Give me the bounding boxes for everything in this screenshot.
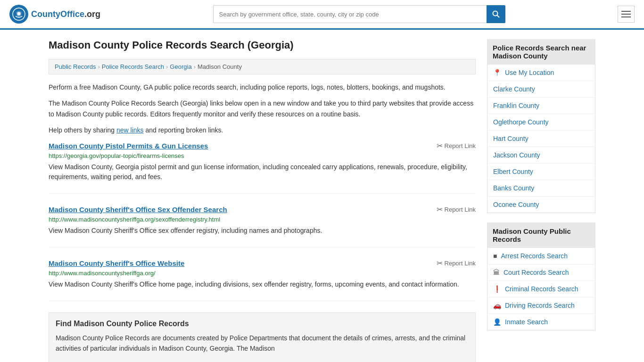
- sidebar-item-use-my-location[interactable]: 📍 Use My Location: [487, 65, 595, 81]
- record-entry: Madison County Sheriff's Office Website …: [49, 259, 476, 301]
- record-title-link[interactable]: Madison County Sheriff's Office Sex Offe…: [49, 206, 227, 214]
- sidebar-public-records-header: Madison County Public Records: [487, 222, 595, 248]
- record-title-link[interactable]: Madison County Sheriff's Office Website: [49, 259, 184, 267]
- sidebar-nearby-section: Police Records Search near Madison Count…: [487, 39, 595, 213]
- hart-county-link[interactable]: Hart County: [493, 135, 528, 142]
- menu-bar-1: [621, 11, 631, 12]
- breadcrumb: Public Records › Police Records Search ›…: [49, 59, 476, 74]
- sidebar-item-franklin-county[interactable]: Franklin County: [487, 98, 595, 114]
- sidebar-item-criminal-records[interactable]: ❗ Criminal Records Search: [487, 281, 595, 297]
- record-desc: View Madison County, Georgia pistol perm…: [49, 162, 476, 182]
- breadcrumb-georgia[interactable]: Georgia: [170, 63, 191, 70]
- breadcrumb-sep-2: ›: [166, 63, 168, 70]
- report-icon: ✂: [437, 205, 443, 214]
- menu-bar-3: [621, 16, 631, 17]
- description-3: Help others by sharing new links and rep…: [49, 125, 476, 135]
- report-link-button[interactable]: ✂ Report Link: [437, 205, 476, 214]
- location-icon: 📍: [493, 69, 501, 76]
- logo-text: CountyOffice.org: [31, 9, 100, 19]
- court-records-link[interactable]: Court Records Search: [504, 269, 569, 276]
- new-links-link[interactable]: new links: [116, 126, 144, 134]
- find-section: Find Madison County Police Records Madis…: [49, 313, 476, 362]
- breadcrumb-sep-1: ›: [98, 63, 99, 70]
- driving-records-link[interactable]: Driving Records Search: [505, 302, 575, 309]
- sidebar-item-banks-county[interactable]: Banks County: [487, 180, 595, 197]
- sidebar-item-oglethorpe-county[interactable]: Oglethorpe County: [487, 114, 595, 131]
- record-title-row: Madison County Pistol Permits & Gun Lice…: [49, 141, 476, 150]
- logo-area[interactable]: CountyOffice.org: [9, 5, 100, 24]
- oglethorpe-county-link[interactable]: Oglethorpe County: [493, 118, 549, 126]
- sidebar-nearby-items: 📍 Use My Location Clarke County Franklin…: [487, 65, 595, 213]
- svg-line-3: [497, 15, 499, 17]
- sidebar-item-inmate-search[interactable]: 👤 Inmate Search: [487, 314, 595, 330]
- driving-records-icon: 🚗: [493, 302, 501, 309]
- record-url[interactable]: https://georgia.gov/popular-topic/firear…: [49, 152, 476, 159]
- sidebar-item-hart-county[interactable]: Hart County: [487, 131, 595, 147]
- criminal-records-icon: ❗: [493, 285, 501, 293]
- report-icon: ✂: [437, 259, 443, 268]
- inmate-search-link[interactable]: Inmate Search: [505, 318, 548, 326]
- sidebar-item-jackson-county[interactable]: Jackson County: [487, 147, 595, 164]
- record-title-link[interactable]: Madison County Pistol Permits & Gun Lice…: [49, 142, 208, 150]
- page-title: Madison County Police Records Search (Ge…: [49, 39, 476, 51]
- inmate-search-icon: 👤: [493, 318, 501, 326]
- record-title-row: Madison County Sheriff's Office Website …: [49, 259, 476, 268]
- record-desc: View Madison County Sheriff's Office sex…: [49, 226, 476, 236]
- logo-icon: [9, 5, 28, 24]
- description-1: Perform a free Madison County, GA public…: [49, 82, 476, 92]
- sidebar-public-records-section: Madison County Public Records ■ Arrest R…: [487, 222, 595, 330]
- sidebar: Police Records Search near Madison Count…: [487, 39, 595, 362]
- report-link-button[interactable]: ✂ Report Link: [437, 259, 476, 268]
- jackson-county-link[interactable]: Jackson County: [493, 151, 540, 159]
- breadcrumb-public-records[interactable]: Public Records: [55, 63, 96, 70]
- record-url[interactable]: http://www.madisoncountysheriffga.org/se…: [49, 216, 476, 223]
- sidebar-nearby-header: Police Records Search near Madison Count…: [487, 39, 595, 65]
- use-my-location-link[interactable]: Use My Location: [505, 69, 554, 76]
- sidebar-item-court-records[interactable]: 🏛 Court Records Search: [487, 264, 595, 281]
- record-desc: View Madison County Sheriff's Office hom…: [49, 280, 476, 289]
- franklin-county-link[interactable]: Franklin County: [493, 102, 539, 109]
- menu-button[interactable]: [618, 6, 635, 23]
- content-area: Madison County Police Records Search (Ge…: [49, 39, 476, 362]
- sidebar-item-clarke-county[interactable]: Clarke County: [487, 81, 595, 98]
- record-entry: Madison County Sheriff's Office Sex Offe…: [49, 205, 476, 247]
- sidebar-item-elbert-county[interactable]: Elbert County: [487, 164, 595, 180]
- record-title-row: Madison County Sheriff's Office Sex Offe…: [49, 205, 476, 214]
- report-icon: ✂: [437, 141, 443, 150]
- court-records-icon: 🏛: [493, 269, 500, 276]
- oconee-county-link[interactable]: Oconee County: [493, 201, 539, 208]
- clarke-county-link[interactable]: Clarke County: [493, 85, 535, 93]
- sidebar-item-arrest-records[interactable]: ■ Arrest Records Search: [487, 248, 595, 264]
- search-area: [213, 5, 505, 23]
- menu-bar-2: [621, 14, 631, 15]
- search-button[interactable]: [487, 5, 505, 23]
- svg-point-1: [17, 12, 21, 16]
- find-section-title: Find Madison County Police Records: [56, 320, 469, 328]
- criminal-records-link[interactable]: Criminal Records Search: [505, 285, 578, 293]
- breadcrumb-police-records[interactable]: Police Records Search: [102, 63, 164, 70]
- record-entry: Madison County Pistol Permits & Gun Lice…: [49, 141, 476, 194]
- elbert-county-link[interactable]: Elbert County: [493, 168, 533, 175]
- search-input[interactable]: [213, 5, 487, 23]
- sidebar-item-driving-records[interactable]: 🚗 Driving Records Search: [487, 297, 595, 314]
- sidebar-public-records-items: ■ Arrest Records Search 🏛 Court Records …: [487, 248, 595, 330]
- banks-county-link[interactable]: Banks County: [493, 184, 534, 192]
- arrest-records-icon: ■: [493, 252, 497, 260]
- breadcrumb-sep-3: ›: [194, 63, 196, 70]
- find-section-text: Madison County Police Records are docume…: [56, 333, 469, 354]
- record-url[interactable]: http://www.madisoncountysheriffga.org/: [49, 270, 476, 277]
- report-link-button[interactable]: ✂ Report Link: [437, 141, 476, 150]
- breadcrumb-current: Madison County: [198, 63, 242, 70]
- arrest-records-link[interactable]: Arrest Records Search: [501, 252, 568, 260]
- description-2: The Madison County Police Records Search…: [49, 98, 476, 119]
- sidebar-item-oconee-county[interactable]: Oconee County: [487, 197, 595, 213]
